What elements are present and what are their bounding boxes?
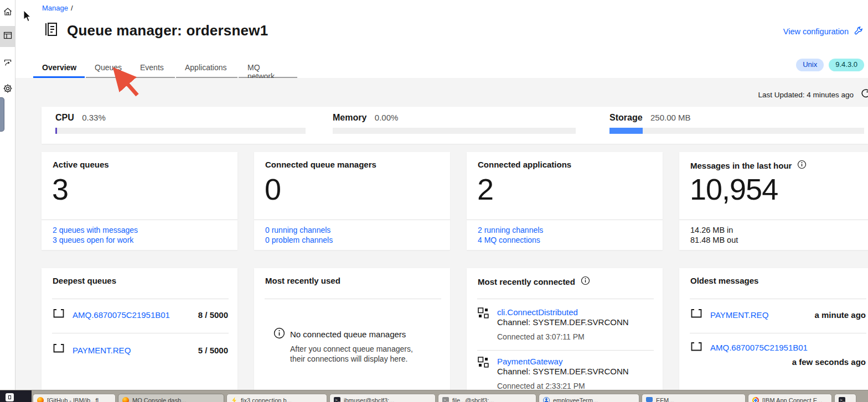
platform-badge: Unix [796, 59, 824, 71]
mb-in-stat: 14.26 MB in [690, 225, 864, 235]
view-configuration-label: View configuration [783, 27, 849, 36]
queue-create-icon [3, 58, 13, 70]
tab-overview[interactable]: Overview [33, 58, 85, 78]
card-deepest-queues: Deepest queues AMQ.6870075C21951B01 8 / … [42, 268, 237, 390]
metric-storage: Storage 250.00 MB [609, 113, 864, 134]
breadcrumb-manage-link[interactable]: Manage [42, 4, 68, 12]
taskbar-window-terminal-file[interactable]: >_ file...@sbclf3:... [438, 394, 536, 402]
taskbar-window-label: EFM... [656, 397, 674, 402]
efm-icon [646, 397, 653, 402]
os-taskbar: [GitHub - IBM/ib...fl MQ Console dash...… [0, 390, 868, 402]
metric-cpu: CPU 0.33% [55, 113, 306, 134]
card-footer: 2 queues with messages 3 queues open for… [42, 220, 237, 250]
cpu-progress-track [55, 128, 306, 134]
window-edge-tab [0, 97, 4, 132]
card-title: Oldest messages [690, 276, 758, 285]
system-metrics-band: CPU 0.33% Memory 0.00% Storage 250.00 MB [42, 107, 868, 144]
active-queues-count: 3 [52, 172, 68, 206]
sidebar-item-home[interactable] [0, 2, 15, 23]
memory-value: 0.00% [375, 113, 399, 122]
info-icon[interactable] [581, 276, 590, 287]
divider [477, 299, 654, 299]
taskbar-window-label: employeeTerm... [553, 397, 598, 402]
tab-events[interactable]: Events [131, 58, 175, 78]
card-title-with-info: Messages in the last hour [690, 160, 807, 171]
refresh-icon[interactable] [860, 89, 868, 101]
sidebar-item-dashboard[interactable] [0, 26, 15, 47]
page-title: Queue manager: ordersnew1 [67, 22, 268, 39]
application-name-link[interactable]: PaymentGateway [497, 357, 562, 366]
taskbar-window-fix3[interactable]: fix3 connection b... [226, 394, 327, 402]
queue-name-link[interactable]: AMQ.6870075C21951B01 [710, 343, 808, 352]
card-footer: 0 running channels 0 problem channels [254, 220, 450, 250]
app-running-channels-link[interactable]: 2 running channels [478, 225, 652, 235]
view-configuration-link[interactable]: View configuration [783, 26, 863, 37]
taskbar-window-label: fix3 connection b... [241, 397, 292, 402]
taskbar-window-terminal-extra[interactable]: >_ [834, 394, 856, 402]
channel-text: Channel: SYSTEM.DEF.SVRCONN [497, 317, 629, 327]
taskbar-window-employee-term[interactable]: employeeTerm... [539, 394, 639, 402]
storage-progress-track [609, 128, 864, 134]
queue-icon [52, 342, 65, 357]
storage-label: Storage [609, 113, 643, 123]
queues-open-for-work-link[interactable]: 3 queues open for work [53, 235, 226, 245]
empty-state-heading: No connected queue managers [290, 330, 406, 339]
tab-queues[interactable]: Queues [86, 58, 130, 78]
terminal-icon: >_ [839, 397, 845, 402]
overview-content: Last Updated: 4 minutes ago CPU 0.33% Me… [16, 78, 868, 390]
home-icon [3, 7, 13, 19]
card-title: Connected queue managers [265, 160, 376, 169]
running-channels-link[interactable]: 0 running channels [265, 225, 439, 235]
queue-name-link[interactable]: PAYMENT.REQ [73, 346, 131, 355]
messages-count: 10,954 [690, 172, 778, 206]
taskbar-window-app-connect[interactable]: [IBM App Connect E... [748, 394, 832, 402]
storage-progress-fill [609, 128, 643, 134]
connected-qm-count: 0 [265, 172, 281, 206]
connected-at-text: Connected at 2:33:21 PM [497, 382, 585, 390]
queue-name-link[interactable]: PAYMENT.REQ [710, 310, 768, 320]
taskbar-window-github[interactable]: [GitHub - IBM/ib...fl [33, 394, 116, 402]
breadcrumb: Manage / [42, 4, 73, 12]
person-icon [543, 397, 550, 402]
terminal-icon: >_ [442, 397, 449, 402]
divider [265, 299, 441, 299]
queue-name-link[interactable]: AMQ.6870075C21951B01 [73, 310, 170, 320]
metric-memory: Memory 0.00% [333, 113, 576, 134]
taskbar-window-terminal-ibmuser[interactable]: >_ ibmuser@sbclf3:... [329, 394, 436, 402]
connected-at-text: Connected at 3:07:11 PM [497, 332, 585, 341]
tab-bar: Overview Queues Events Applications MQ n… [33, 58, 298, 78]
firefox-icon [37, 397, 44, 402]
application-icon [477, 307, 489, 321]
settings-gear-icon [3, 83, 13, 96]
problem-channels-link[interactable]: 0 problem channels [265, 235, 439, 245]
taskbar-window-mq-console[interactable]: MQ Console dash... [118, 394, 224, 402]
queues-with-messages-link[interactable]: 2 queues with messages [53, 225, 226, 235]
card-title: Most recently used [265, 276, 340, 285]
sidebar-item-queues[interactable] [0, 53, 15, 74]
info-icon[interactable] [797, 160, 807, 171]
card-title: Messages in the last hour [690, 161, 792, 170]
left-sidebar [0, 0, 16, 390]
cpu-value: 0.33% [82, 113, 106, 122]
queue-icon [690, 307, 703, 322]
queue-icon [690, 340, 703, 356]
taskbar-window-efm[interactable]: EFM... [642, 394, 746, 402]
card-footer: 2 running channels 4 MQ connections [467, 220, 663, 250]
tab-mq-network[interactable]: MQ network [239, 58, 297, 78]
card-title: Active queues [53, 160, 109, 169]
mq-connections-link[interactable]: 4 MQ connections [478, 235, 652, 245]
taskbar-window-label: MQ Console dash... [132, 397, 186, 402]
taskbar-app-launcher[interactable] [0, 390, 32, 402]
application-icon [477, 356, 489, 370]
connected-apps-count: 2 [477, 172, 493, 206]
divider [477, 350, 654, 351]
firefox-icon [122, 397, 129, 402]
page-header: Manage / Queue manager: ordersnew1 View … [16, 0, 868, 78]
tab-applications[interactable]: Applications [176, 58, 237, 78]
divider [690, 333, 866, 333]
memory-label: Memory [333, 113, 366, 123]
queue-manager-icon [42, 21, 59, 40]
application-name-link[interactable]: cli.ConnectDistributed [497, 307, 578, 317]
channel-text: Channel: SYSTEM.DEF.SVRCONN [497, 367, 629, 376]
mb-out-stat: 81.48 MB out [690, 235, 864, 245]
